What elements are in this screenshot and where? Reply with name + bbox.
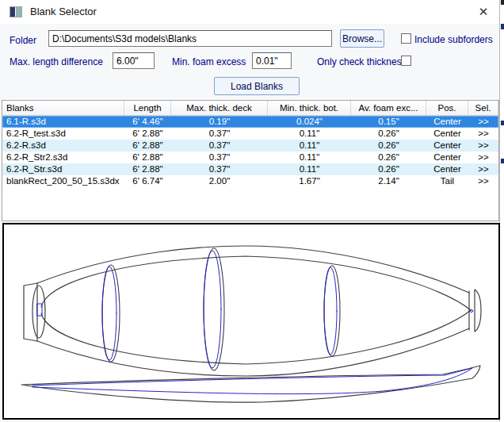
row-cell-min_thick_bot: 0.11" xyxy=(268,128,351,140)
column-header-2[interactable]: Max. thick. deck xyxy=(171,101,268,116)
row-cell-max_thick_deck: 0.19" xyxy=(171,116,268,128)
blank-selector-dialog: Blank Selector ✕ Folder Browse... Includ… xyxy=(0,0,500,422)
row-cell-pos: Tail xyxy=(426,175,468,187)
include-subfolders-checkbox[interactable] xyxy=(401,33,411,44)
table-row[interactable]: 6.2-R.s3d6' 2.88"0.37"0.11"0.26"Center>> xyxy=(2,140,498,152)
column-header-4[interactable]: Av. foam exc... xyxy=(351,101,426,116)
row-cell-av_foam_exc: 0.26" xyxy=(351,163,426,175)
side-profile-board-bottom xyxy=(32,368,472,394)
table-row[interactable]: 6.2-R_Str.s3d6' 2.88"0.37"0.11"0.26"Cent… xyxy=(2,163,498,175)
cross-section-3-board xyxy=(324,267,337,355)
column-header-3[interactable]: Min. thick. bot. xyxy=(268,101,351,116)
close-icon[interactable]: ✕ xyxy=(472,2,494,21)
row-cell-length: 6' 6.74" xyxy=(124,175,171,187)
row-cell-name: 6.2-R_Str.s3d xyxy=(2,163,124,175)
row-select-action[interactable]: >> xyxy=(468,116,498,128)
folder-path-input[interactable] xyxy=(48,30,332,47)
row-cell-av_foam_exc: 0.26" xyxy=(351,152,426,163)
row-cell-min_thick_bot: 0.024" xyxy=(268,116,351,128)
min-foam-excess-input[interactable] xyxy=(252,52,292,69)
board-top-view-outline-bottom xyxy=(41,310,471,364)
row-cell-name: 6.2-R_Str2.s3d xyxy=(2,152,124,163)
table-row[interactable]: blankRect_200_50_15.s3dx6' 6.74"2.00"1.6… xyxy=(2,175,498,187)
blank-preview-frame xyxy=(2,223,500,420)
blank-top-view-outline-bottom xyxy=(37,328,469,376)
table-header-row: BlanksLengthMax. thick. deckMin. thick. … xyxy=(2,101,498,116)
row-select-action[interactable]: >> xyxy=(468,140,498,152)
cross-section-1-board xyxy=(102,267,116,360)
min-foam-excess-label: Min. foam excess xyxy=(172,56,246,67)
row-cell-max_thick_deck: 2.00" xyxy=(171,175,268,187)
browse-button[interactable]: Browse... xyxy=(340,29,384,48)
row-cell-min_thick_bot: 1.67" xyxy=(268,175,351,187)
row-cell-name: 6.1-R.s3d xyxy=(2,116,124,128)
column-header-5[interactable]: Pos. xyxy=(426,101,468,116)
cross-section-3 xyxy=(324,266,340,356)
row-cell-av_foam_exc: 0.26" xyxy=(351,140,426,152)
row-cell-length: 6' 2.88" xyxy=(124,140,171,152)
only-check-thickness-label: Only check thickness xyxy=(317,56,407,67)
row-select-action[interactable]: >> xyxy=(468,152,498,163)
include-subfolders-label: Include subforders xyxy=(414,34,493,45)
cross-section-1 xyxy=(102,265,120,362)
table-row[interactable]: 6.2-R_Str2.s3d6' 2.88"0.37"0.11"0.26"Cen… xyxy=(2,152,498,163)
window-title: Blank Selector xyxy=(30,6,97,17)
row-cell-av_foam_exc: 0.26" xyxy=(351,128,426,140)
row-cell-pos: Center xyxy=(426,163,468,175)
only-check-thickness-checkbox[interactable] xyxy=(401,56,411,66)
row-cell-pos: Center xyxy=(426,140,468,152)
board-top-view-outline-top xyxy=(41,256,471,310)
side-profile-blank xyxy=(21,366,480,402)
row-cell-min_thick_bot: 0.11" xyxy=(268,140,351,152)
row-cell-min_thick_bot: 0.11" xyxy=(268,163,351,175)
row-select-action[interactable]: >> xyxy=(468,175,498,187)
row-cell-length: 6' 2.88" xyxy=(124,163,171,175)
row-cell-name: 6.2-R_test.s3d xyxy=(2,128,124,140)
row-cell-max_thick_deck: 0.37" xyxy=(171,163,268,175)
row-cell-pos: Center xyxy=(426,116,468,128)
row-cell-length: 6' 2.88" xyxy=(124,128,171,140)
row-cell-length: 6' 2.88" xyxy=(124,152,171,163)
row-cell-min_thick_bot: 0.11" xyxy=(268,152,351,163)
background-window-sliver xyxy=(500,0,504,422)
column-header-6[interactable]: Sel. xyxy=(468,101,498,116)
max-length-difference-input[interactable] xyxy=(113,52,155,69)
row-cell-name: blankRect_200_50_15.s3dx xyxy=(2,175,124,187)
row-cell-av_foam_exc: 2.14" xyxy=(351,175,426,187)
load-blanks-button[interactable]: Load Blanks xyxy=(214,77,300,95)
folder-label: Folder xyxy=(10,35,36,46)
nose-point-mark xyxy=(470,309,472,312)
table-row[interactable]: 6.1-R.s3d6' 4.46"0.19"0.024"0.15"Center>… xyxy=(2,116,498,128)
tail-cross-section xyxy=(32,286,45,338)
max-length-difference-label: Max. length difference xyxy=(10,56,103,67)
row-cell-max_thick_deck: 0.37" xyxy=(171,152,268,163)
row-cell-max_thick_deck: 0.37" xyxy=(171,128,268,140)
side-profile-board-top xyxy=(32,368,472,386)
row-cell-pos: Center xyxy=(426,128,468,140)
row-select-action[interactable]: >> xyxy=(468,163,498,175)
column-header-1[interactable]: Length xyxy=(124,101,171,116)
column-header-0[interactable]: Blanks xyxy=(2,101,124,116)
title-bar: Blank Selector ✕ xyxy=(0,0,499,24)
row-cell-name: 6.2-R.s3d xyxy=(2,140,124,152)
table-row[interactable]: 6.2-R_test.s3d6' 2.88"0.37"0.11"0.26"Cen… xyxy=(2,128,498,140)
row-select-action[interactable]: >> xyxy=(468,128,498,140)
row-cell-pos: Center xyxy=(426,152,468,163)
blank-preview-canvas xyxy=(4,224,498,418)
blanks-table: BlanksLengthMax. thick. deckMin. thick. … xyxy=(2,100,499,221)
row-cell-length: 6' 4.46" xyxy=(124,116,171,128)
row-cell-av_foam_exc: 0.15" xyxy=(351,116,426,128)
row-cell-max_thick_deck: 0.37" xyxy=(171,140,268,152)
cross-section-2-board xyxy=(204,251,221,368)
app-icon xyxy=(10,6,22,17)
blank-top-view-outline-top xyxy=(37,246,469,293)
